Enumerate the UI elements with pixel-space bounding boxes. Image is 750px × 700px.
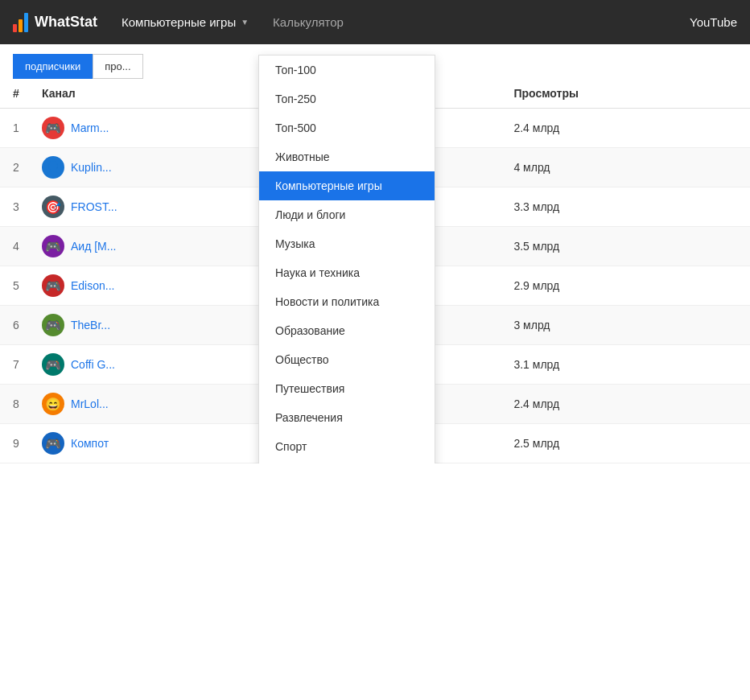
cell-views: 2.4 млрд [504,109,750,148]
dropdown-item-news[interactable]: Новости и политика [259,287,435,316]
cell-views: 3.3 млрд [504,187,750,227]
dropdown-item-top250[interactable]: Топ-250 [259,84,435,113]
nav-menu-label: Компьютерные игры [122,15,236,29]
cell-rank: 5 [0,266,32,306]
cell-extra [193,306,249,345]
cell-channel: 🎯 FROST... [32,187,193,227]
logo-bar-2 [19,19,23,32]
channel-name-link[interactable]: Marm... [71,121,109,134]
dropdown-item-sport[interactable]: Спорт [259,432,435,461]
tab-views[interactable]: про... [93,54,142,79]
dropdown-item-top100[interactable]: Топ-100 [259,56,435,84]
cell-channel: 🎮 Edison... [32,266,193,306]
cell-views: 2.9 млрд [504,266,750,306]
channel-avatar: 🎮 [42,314,64,336]
logo-icon [13,13,28,32]
cell-extra [193,148,249,187]
logo-area: WhatStat [13,13,97,32]
header: WhatStat Компьютерные игры ▼ Топ-100 Топ… [0,0,750,44]
cell-extra [193,424,249,463]
channel-avatar: 🎯 [42,196,64,218]
channel-avatar: 👤 [42,156,64,179]
dropdown-item-education[interactable]: Образование [259,316,435,345]
channel-name-link[interactable]: MrLol... [71,397,109,410]
cell-channel: 😄 MrLol... [32,385,193,424]
cell-channel: 🎮 Компот [32,424,193,463]
dropdown-item-entertainment[interactable]: Развлечения [259,403,435,432]
cell-channel: 🎮 Coffi G... [32,345,193,385]
logo-bar-1 [13,24,17,32]
cell-rank: 8 [0,385,32,424]
channel-name-link[interactable]: Kuplin... [71,161,112,174]
col-views: Просмотры [504,79,750,109]
channel-name-link[interactable]: Компот [71,437,109,450]
channel-avatar: 😄 [42,393,64,415]
cell-channel: 🎮 Аид [M... [32,227,193,266]
tab-subscribers[interactable]: подписчики [13,54,93,79]
dropdown-item-travel[interactable]: Путешествия [259,374,435,403]
dropdown-item-transport[interactable]: Транспорт [259,461,435,463]
cell-extra [193,385,249,424]
cell-rank: 1 [0,109,32,148]
cell-rank: 4 [0,227,32,266]
logo-bar-3 [24,13,28,32]
nav-menu-button[interactable]: Компьютерные игры ▼ [113,10,257,34]
cell-rank: 2 [0,148,32,187]
cell-extra [193,227,249,266]
channel-avatar: 🎮 [42,353,64,376]
cell-views: 3.5 млрд [504,227,750,266]
channel-name-link[interactable]: Coffi G... [71,358,115,371]
dropdown-item-science[interactable]: Наука и техника [259,258,435,287]
col-channel: Канал [32,79,193,109]
cell-rank: 9 [0,424,32,463]
cell-rank: 7 [0,345,32,385]
channel-name-link[interactable]: FROST... [71,200,117,213]
channel-avatar: 🎮 [42,235,64,257]
dropdown-item-music[interactable]: Музыка [259,229,435,258]
youtube-link[interactable]: YouTube [690,15,737,29]
calc-link[interactable]: Калькулятор [273,15,344,29]
channel-name-link[interactable]: Edison... [71,279,114,292]
cell-views: 3.1 млрд [504,345,750,385]
cell-extra [193,109,249,148]
dropdown-item-people[interactable]: Люди и блоги [259,200,435,229]
col-rank: # [0,79,32,109]
cell-rank: 6 [0,306,32,345]
cell-views: 3 млрд [504,306,750,345]
cell-channel: 🎮 TheBr... [32,306,193,345]
channel-avatar: 🎮 [42,274,64,297]
dropdown-item-animals[interactable]: Животные [259,142,435,171]
dropdown-item-society[interactable]: Общество [259,345,435,374]
cell-views: 2.4 млрд [504,385,750,424]
chevron-down-icon: ▼ [241,18,249,27]
logo-text: WhatStat [35,14,97,31]
cell-channel: 🎮 Marm... [32,109,193,148]
channel-name-link[interactable]: Аид [M... [71,240,116,253]
col-empty [193,79,249,109]
dropdown-item-games[interactable]: Компьютерные игры [259,171,435,200]
cell-rank: 3 [0,187,32,227]
cell-extra [193,345,249,385]
channel-name-link[interactable]: TheBr... [71,319,110,331]
nav-menu-dropdown: Компьютерные игры ▼ Топ-100 Топ-250 Топ-… [113,10,257,34]
dropdown-menu: Топ-100 Топ-250 Топ-500 Животные Компьют… [258,55,435,463]
dropdown-item-top500[interactable]: Топ-500 [259,113,435,142]
cell-channel: 👤 Kuplin... [32,148,193,187]
cell-views: 2.5 млрд [504,424,750,463]
cell-extra [193,187,249,227]
cell-extra [193,266,249,306]
channel-avatar: 🎮 [42,117,64,139]
channel-avatar: 🎮 [42,432,64,455]
cell-views: 4 млрд [504,148,750,187]
